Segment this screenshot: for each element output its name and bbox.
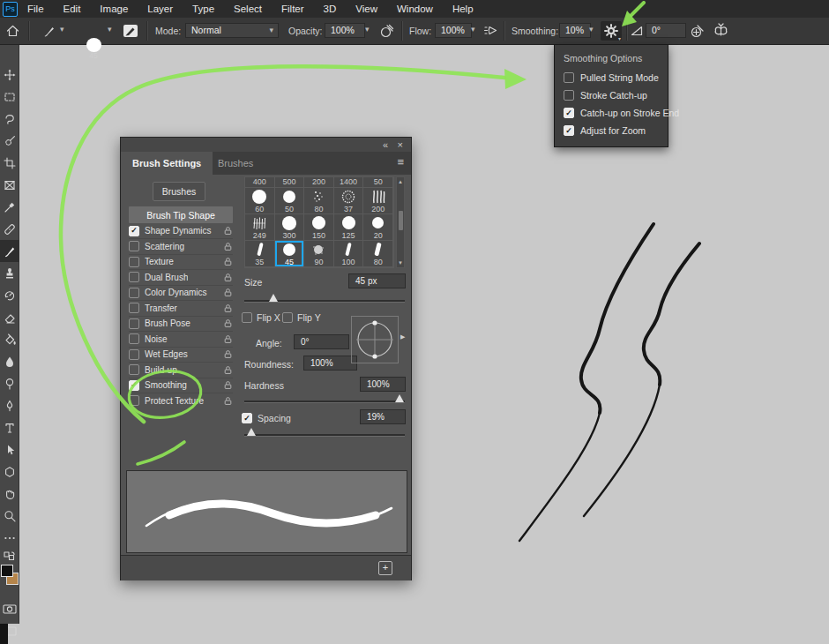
brush-preset[interactable]: 50 <box>275 188 305 214</box>
lock-icon[interactable] <box>223 288 233 297</box>
flow-input[interactable]: 100% <box>435 23 472 38</box>
foreground-color-swatch[interactable] <box>1 565 13 577</box>
mode-select[interactable]: Normal ▾ <box>185 23 279 38</box>
chevron-down-icon[interactable]: ▾ <box>108 25 112 34</box>
checkbox-unchecked[interactable] <box>129 364 139 375</box>
brush-angle-roundness-control[interactable] <box>351 316 399 363</box>
checkbox-unchecked[interactable] <box>129 349 139 360</box>
checkbox-unchecked[interactable] <box>129 318 139 329</box>
roundness-input[interactable]: 100% <box>303 356 357 371</box>
brush-preset[interactable]: 80 <box>304 188 334 214</box>
hardness-slider-thumb[interactable] <box>395 394 404 402</box>
panel-menu-icon[interactable]: ≡ <box>397 155 404 168</box>
collapse-panel-icon[interactable]: « <box>383 139 388 151</box>
lasso-tool[interactable] <box>0 108 19 130</box>
spacing-slider-thumb[interactable] <box>247 428 256 436</box>
popup-option-pulled-string-mode[interactable]: Pulled String Mode <box>555 69 668 86</box>
brush-preset[interactable]: 60 <box>245 188 275 214</box>
toggle-brush-settings-panel-button[interactable] <box>122 23 139 39</box>
checkbox-unchecked[interactable] <box>129 288 139 298</box>
menu-image[interactable]: Image <box>90 0 138 18</box>
option-smoothing[interactable]: Smoothing <box>129 378 233 393</box>
type-tool[interactable] <box>0 416 19 438</box>
zoom-tool[interactable] <box>0 505 19 527</box>
checkbox-unchecked[interactable] <box>564 72 574 83</box>
crop-tool[interactable] <box>0 152 19 174</box>
spacing-control[interactable]: Spacing <box>242 413 291 423</box>
brush-preset[interactable]: 200 <box>363 188 393 214</box>
scroll-thumb[interactable] <box>399 211 403 230</box>
brush-preset-selected[interactable]: 45 <box>275 241 305 267</box>
hardness-slider-track[interactable] <box>244 401 405 403</box>
eraser-tool[interactable] <box>0 306 19 328</box>
brush-preset[interactable]: 300 <box>275 214 305 241</box>
swap-colors-icon[interactable] <box>0 549 19 563</box>
new-brush-button[interactable]: + <box>378 561 392 575</box>
spacing-slider-track[interactable] <box>244 434 405 437</box>
smoothing-options-gear-button[interactable]: ▾ <box>601 21 622 41</box>
popup-option-catch-up-on-stroke-end[interactable]: Catch-up on Stroke End <box>555 104 668 122</box>
brush-tool-icon[interactable] <box>41 24 56 38</box>
checkbox-unchecked[interactable] <box>242 312 252 323</box>
scroll-up-icon[interactable]: ▴ <box>397 178 404 185</box>
clone-stamp-tool[interactable] <box>0 262 19 284</box>
brush-preset[interactable]: 35 <box>245 241 275 267</box>
chevron-down-icon[interactable]: ▾ <box>471 25 475 34</box>
checkbox-checked[interactable] <box>129 380 139 391</box>
option-shape-dynamics[interactable]: Shape Dynamics <box>129 223 233 239</box>
brush-preset[interactable]: 100 <box>334 241 364 267</box>
pen-tool[interactable] <box>0 394 19 416</box>
popup-option-adjust-for-zoom[interactable]: Adjust for Zoom <box>555 122 668 139</box>
lock-icon[interactable] <box>223 242 233 251</box>
menu-view[interactable]: View <box>346 0 387 18</box>
checkbox-unchecked[interactable] <box>129 303 139 313</box>
checkbox-unchecked[interactable] <box>282 312 293 323</box>
lock-icon[interactable] <box>223 396 233 406</box>
chevron-down-icon[interactable]: ▾ <box>589 25 594 34</box>
lock-icon[interactable] <box>223 273 233 282</box>
brush-preset[interactable]: 37 <box>334 188 364 214</box>
close-panel-icon[interactable]: × <box>398 139 403 151</box>
menu-file[interactable]: File <box>18 0 54 18</box>
shape-tool[interactable] <box>0 461 19 483</box>
quick-mask-mode-button[interactable] <box>0 598 19 620</box>
lock-icon[interactable] <box>223 303 233 313</box>
dodge-tool[interactable] <box>0 372 19 394</box>
brush-angle-input[interactable]: 0° <box>646 23 686 38</box>
frame-tool[interactable] <box>0 174 19 196</box>
tab-brushes[interactable]: Brushes <box>206 152 265 175</box>
brush-preset[interactable]: 80 <box>363 241 393 267</box>
checkbox-unchecked[interactable] <box>129 333 139 344</box>
healing-brush-tool[interactable] <box>0 218 19 240</box>
path-selection-tool[interactable] <box>0 438 19 461</box>
checkbox-unchecked[interactable] <box>564 90 574 101</box>
popup-option-stroke-catch-up[interactable]: Stroke Catch-up <box>555 86 668 104</box>
lock-icon[interactable] <box>223 380 233 390</box>
hardness-input[interactable]: 100% <box>360 377 406 392</box>
pressure-size-icon[interactable] <box>688 23 706 39</box>
scroll-down-icon[interactable]: ▾ <box>397 259 404 266</box>
option-color-dynamics[interactable]: Color Dynamics <box>129 285 233 301</box>
lock-icon[interactable] <box>223 349 233 359</box>
move-tool[interactable] <box>0 64 19 86</box>
lock-icon[interactable] <box>223 334 233 344</box>
checkbox-unchecked[interactable] <box>129 272 139 282</box>
chevron-down-icon[interactable]: ▾ <box>60 25 64 34</box>
lock-icon[interactable] <box>223 365 233 375</box>
checkbox-unchecked[interactable] <box>129 257 139 267</box>
option-build-up[interactable]: Build-up <box>129 363 233 378</box>
size-slider-thumb[interactable] <box>269 294 278 302</box>
lock-icon[interactable] <box>223 257 233 266</box>
brushes-button[interactable]: Brushes <box>153 182 205 201</box>
brush-preset[interactable]: 150 <box>304 214 334 241</box>
flip-y-control[interactable]: Flip Y <box>282 312 321 323</box>
lock-icon[interactable] <box>223 318 233 328</box>
menu-filter[interactable]: Filter <box>272 0 314 18</box>
brush-preset[interactable]: 20 <box>363 214 393 241</box>
checkbox-checked[interactable] <box>564 108 574 118</box>
checkbox-checked[interactable] <box>564 125 574 136</box>
option-dual-brush[interactable]: Dual Brush <box>129 270 233 286</box>
checkbox-checked[interactable] <box>242 413 252 423</box>
lock-icon[interactable] <box>223 226 233 236</box>
option-noise[interactable]: Noise <box>129 332 233 348</box>
